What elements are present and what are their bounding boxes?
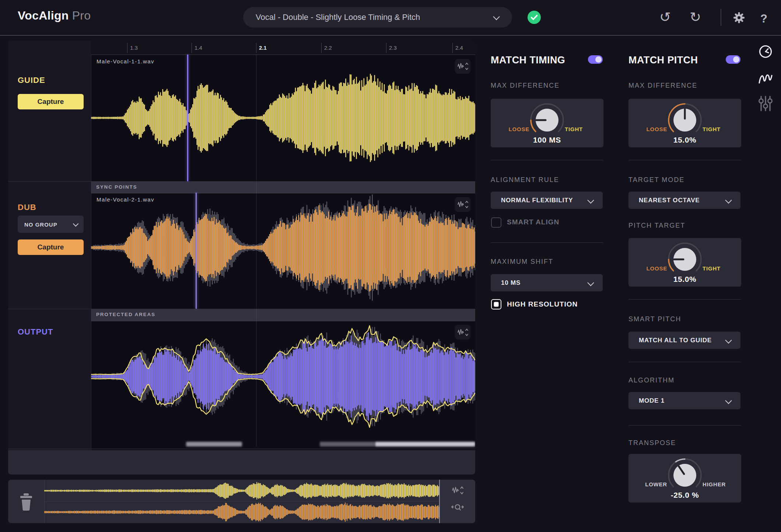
section-divider <box>8 181 475 182</box>
guide-capture-button[interactable]: Capture <box>18 94 84 109</box>
overview-icon-cell <box>440 480 475 523</box>
alignment-rule-select[interactable]: NORMAL FLEXIBILITY <box>491 192 603 209</box>
waveform-zoom-icon <box>457 200 468 209</box>
guide-waveform[interactable] <box>91 55 475 181</box>
pitch-target-label: PITCH TARGET <box>628 222 685 230</box>
protected-area-marker <box>320 442 375 447</box>
protected-area-marker <box>186 442 242 447</box>
help-button[interactable]: ? <box>760 11 767 27</box>
match-pitch-title: MATCH PITCH <box>628 55 698 66</box>
section-divider <box>8 449 475 449</box>
smart-pitch-value: MATCH ALL TO GUIDE <box>639 337 712 344</box>
dub-section-label: DUB <box>18 203 36 212</box>
undo-button[interactable]: ↺ <box>659 10 671 25</box>
match-timing-title: MATCH TIMING <box>491 55 565 66</box>
redo-button[interactable]: ↻ <box>690 10 701 25</box>
waveform-zoom-icon <box>452 486 463 495</box>
divider <box>628 160 741 160</box>
tight-label: TIGHT <box>703 265 721 272</box>
settings-button[interactable] <box>732 11 746 28</box>
higher-label: HIGHER <box>703 481 726 487</box>
algorithm-label: ALGORITHM <box>628 377 675 384</box>
output-section-label: OUTPUT <box>18 327 53 337</box>
preset-select[interactable]: Vocal - Double - Slightly Loose Timing &… <box>243 7 512 28</box>
clock-icon <box>757 43 774 60</box>
dub-playhead[interactable] <box>196 193 197 309</box>
sync-points-strip[interactable]: SYNC POINTS <box>91 181 475 193</box>
dub-group-value: NO GROUP <box>24 221 57 227</box>
chevron-down-icon <box>587 197 594 203</box>
dub-group-select[interactable]: NO GROUP <box>18 216 84 233</box>
settings-view-button[interactable] <box>758 95 773 113</box>
pitch-max-difference-value: 15.0% <box>628 136 741 144</box>
timeline-gridline <box>256 55 257 447</box>
timeline-ruler[interactable]: 1.31.42.12.22.32.4 <box>91 41 475 55</box>
chevron-down-icon <box>587 279 594 286</box>
loose-label: LOOSE <box>646 265 667 272</box>
tight-label: TIGHT <box>703 126 721 132</box>
chevron-down-icon <box>493 13 500 20</box>
ruler-tick: 2.4 <box>452 43 463 53</box>
dub-file-label: Male-Vocal-2-1.wav <box>97 196 154 203</box>
smart-pitch-select[interactable]: MATCH ALL TO GUIDE <box>628 332 740 349</box>
sliders-icon <box>758 95 773 112</box>
tight-label: TIGHT <box>565 126 583 132</box>
divider <box>628 299 741 300</box>
chevron-down-icon <box>73 221 79 227</box>
dub-capture-button[interactable]: Capture <box>18 239 84 255</box>
clear-capture-button[interactable] <box>8 480 45 523</box>
horizontal-zoom-icon <box>450 503 465 513</box>
pitch-target-value: 15.0% <box>628 275 741 284</box>
output-vertical-zoom-button[interactable] <box>455 325 470 340</box>
divider <box>491 160 603 160</box>
timing-max-difference-label: MAX DIFFERENCE <box>491 82 560 90</box>
target-mode-label: TARGET MODE <box>628 176 684 184</box>
maximum-shift-select[interactable]: 10 MS <box>491 274 603 291</box>
ruler-tick: 2.3 <box>386 43 397 53</box>
protected-areas-strip[interactable]: PROTECTED AREAS <box>91 309 475 321</box>
undo-icon: ↺ <box>659 10 671 25</box>
target-mode-select[interactable]: NEAREST OCTAVE <box>628 192 740 209</box>
gear-icon <box>732 11 746 24</box>
alignment-rule-label: ALIGNMENT RULE <box>491 176 559 184</box>
timing-max-difference-knob[interactable]: LOOSE TIGHT 100 MS <box>491 99 603 147</box>
overview-divider <box>44 501 439 502</box>
timing-view-button[interactable] <box>757 43 774 61</box>
pitch-target-knob[interactable]: LOOSE TIGHT 15.0% <box>628 238 741 287</box>
divider <box>491 242 603 243</box>
guide-vertical-zoom-button[interactable] <box>455 59 470 74</box>
output-waveform[interactable] <box>91 321 475 449</box>
alignment-rule-value: NORMAL FLEXIBILITY <box>501 197 573 204</box>
dub-waveform[interactable] <box>91 193 475 309</box>
loose-label: LOOSE <box>508 126 529 132</box>
status-check-icon <box>528 11 541 24</box>
horizontal-scrollbar[interactable] <box>8 450 475 475</box>
loose-label: LOOSE <box>646 126 667 132</box>
algorithm-select[interactable]: MODE 1 <box>628 392 740 409</box>
target-mode-value: NEAREST OCTAVE <box>639 197 700 204</box>
ruler-tick: 2.1 <box>256 43 267 53</box>
match-timing-toggle[interactable] <box>588 55 603 64</box>
overview-vertical-zoom-button[interactable] <box>452 486 463 497</box>
high-resolution-checkbox[interactable] <box>491 299 501 309</box>
overview-horizontal-zoom-button[interactable] <box>450 503 465 514</box>
divider <box>628 362 741 362</box>
match-pitch-toggle[interactable] <box>726 55 740 64</box>
pitch-max-difference-knob[interactable]: LOOSE TIGHT 15.0% <box>628 99 741 147</box>
overview-panel <box>8 480 475 523</box>
divider <box>628 425 741 426</box>
toggle-knob <box>733 56 739 63</box>
help-icon: ? <box>760 12 767 25</box>
smart-pitch-label: SMART PITCH <box>628 315 681 323</box>
pitch-view-button[interactable] <box>757 69 774 88</box>
brand-logo: VocAlignPro <box>18 9 91 22</box>
dub-vertical-zoom-button[interactable] <box>455 197 470 212</box>
pitch-max-difference-label: MAX DIFFERENCE <box>628 82 697 90</box>
waveform-editor: 1.31.42.12.22.32.4 Male-Vocal-1-1.wav SY… <box>8 41 475 475</box>
transpose-knob[interactable]: LOWER HIGHER -25.0 % <box>628 454 741 503</box>
high-resolution-label: HIGH RESOLUTION <box>507 300 578 308</box>
redo-icon: ↻ <box>690 10 701 25</box>
guide-playhead[interactable] <box>187 55 188 181</box>
smart-align-checkbox[interactable] <box>491 217 501 228</box>
ruler-tick: 1.3 <box>127 43 138 53</box>
